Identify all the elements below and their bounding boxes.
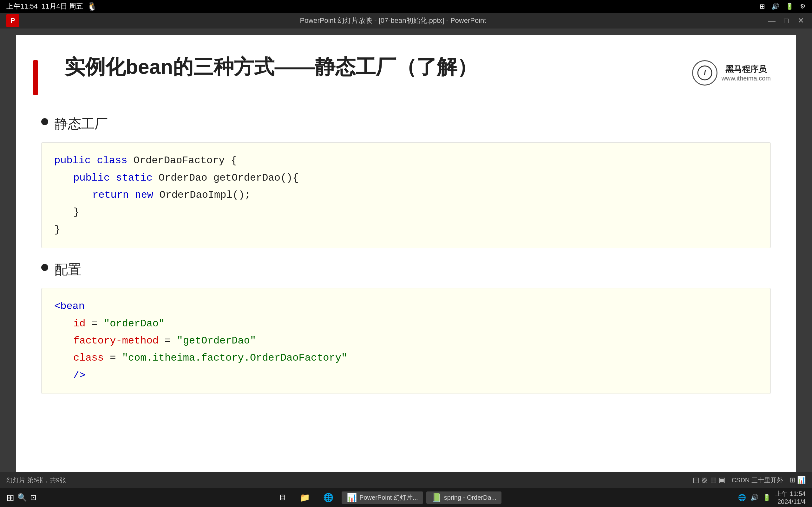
code1-line3: return new OrderDaoImpl(); <box>54 187 758 204</box>
start-button[interactable]: ⊞ <box>6 492 14 503</box>
slide-content: 实例化bean的三种方式——静态工厂（了解） i 黑马程序员 www.ithei… <box>16 35 796 491</box>
spring-icon: 📗 <box>432 493 442 503</box>
network-icon: ⊞ <box>760 3 765 10</box>
files-icon: 📁 <box>300 493 310 503</box>
code-block-2: <bean id = "orderDao" factory-method = "… <box>41 288 771 394</box>
bullet-item-1: 静态工厂 <box>41 115 771 133</box>
section1-label: 静态工厂 <box>55 115 108 133</box>
code2-line1: <bean <box>54 298 758 315</box>
bullet-item-2: 配置 <box>41 261 771 279</box>
code2-line2: id = "orderDao" <box>54 315 758 332</box>
pp-icon: P <box>6 14 19 27</box>
status-bar: 幻灯片 第5张，共9张 ▤ ▨ ▦ ▣ CSDN 三十里开外 ⊞ 📊 <box>0 472 812 488</box>
volume-icon: 🔊 <box>771 3 779 10</box>
status-icons: ▤ ▨ ▦ ▣ <box>693 476 725 484</box>
taskbar-left: ⊞ 🔍 ⊡ <box>6 492 37 503</box>
battery-icon: 🔋 <box>786 3 794 10</box>
volume-tray-icon: 🔊 <box>751 494 758 501</box>
taskbar-bottom[interactable]: ⊞ 🔍 ⊡ 🖥 📁 🌐 📊 PowerPoint 幻灯片... 📗 spring… <box>0 488 812 507</box>
bottom-label: CSDN 三十里开外 <box>732 476 783 485</box>
svg-text:i: i <box>704 69 706 77</box>
network-tray-icon: 🌐 <box>738 494 746 501</box>
settings-icon: ⚙ <box>800 3 806 10</box>
top-right-controls: ⊞ 🔊 🔋 ⚙ <box>760 3 806 10</box>
pp-app-icon: 📊 <box>347 493 357 503</box>
taskbar-right: 🌐 🔊 🔋 上午 11:54 2024/11/4 <box>738 490 806 505</box>
top-left-info: 上午11:54 11月4日 周五 🐧 <box>6 2 97 11</box>
zoom-icon: ⊞ 📊 <box>790 476 806 484</box>
titlebar: P PowerPoint 幻灯片放映 - [07-bean初始化.pptx] -… <box>0 13 812 29</box>
app-btn-spring[interactable]: 📗 spring - OrderDa... <box>426 492 502 504</box>
app-btn-files[interactable]: 📁 <box>295 492 315 504</box>
code-block-1: public class OrderDaoFactory { public st… <box>41 142 771 248</box>
battery-tray-icon: 🔋 <box>763 494 771 501</box>
tray-time: 上午 11:54 <box>775 490 806 498</box>
pp-app-label: PowerPoint 幻灯片... <box>359 493 418 502</box>
app-btn-powerpoint[interactable]: 📊 PowerPoint 幻灯片... <box>342 492 423 504</box>
date-display: 11月4日 周五 <box>42 2 83 11</box>
code1-line1: public class OrderDaoFactory { <box>54 152 758 169</box>
bullet-dot-2 <box>41 264 48 271</box>
code2-line5: /> <box>54 367 758 384</box>
search-button[interactable]: 🔍 <box>17 493 27 502</box>
slide-background: 实例化bean的三种方式——静态工厂（了解） i 黑马程序员 www.ithei… <box>0 29 812 501</box>
code2-line4: class = "com.itheima.factory.OrderDaoFac… <box>54 349 758 367</box>
app-btn-browser[interactable]: 🌐 <box>318 492 339 504</box>
logo-url: www.itheima.com <box>721 75 771 82</box>
slide-title: 实例化bean的三种方式——静态工厂（了解） <box>65 54 477 80</box>
taskbar-apps[interactable]: 🖥 📁 🌐 📊 PowerPoint 幻灯片... 📗 spring - Ord… <box>273 492 502 504</box>
accent-bar <box>33 60 38 95</box>
code1-line5: } <box>54 221 758 238</box>
minimize-button[interactable]: — <box>767 16 776 25</box>
section2-label: 配置 <box>55 261 81 279</box>
system-icon: 🖥 <box>278 493 287 503</box>
penguin-icon: 🐧 <box>87 2 97 11</box>
top-system-bar: 上午11:54 11月4日 周五 🐧 ⊞ 🔊 🔋 ⚙ <box>0 0 812 13</box>
logo-icon: i <box>692 60 717 86</box>
time-display: 上午11:54 <box>6 2 38 11</box>
maximize-button[interactable]: □ <box>781 16 791 25</box>
section2: 配置 <box>41 261 771 279</box>
slide-info: 幻灯片 第5张，共9张 <box>6 476 66 485</box>
code1-line2: public static OrderDao getOrderDao(){ <box>54 170 758 187</box>
task-view-button[interactable]: ⊡ <box>30 493 37 502</box>
section1: 静态工厂 <box>41 115 771 133</box>
code2-line3: factory-method = "getOrderDao" <box>54 332 758 349</box>
bullet-dot-1 <box>41 118 48 125</box>
tray-date: 2024/11/4 <box>775 498 806 505</box>
logo-area: i 黑马程序员 www.itheima.com <box>692 60 771 86</box>
spring-app-label: spring - OrderDa... <box>444 494 497 501</box>
app-btn-system[interactable]: 🖥 <box>273 492 292 504</box>
status-right: ▤ ▨ ▦ ▣ CSDN 三十里开外 ⊞ 📊 <box>693 476 806 485</box>
logo-brand: 黑马程序员 <box>721 64 771 75</box>
title-area: 实例化bean的三种方式——静态工厂（了解） <box>41 54 771 99</box>
browser-icon: 🌐 <box>323 493 334 503</box>
window-title: PowerPoint 幻灯片放映 - [07-bean初始化.pptx] - P… <box>19 16 767 25</box>
clock-tray: 上午 11:54 2024/11/4 <box>775 490 806 505</box>
mouse-cursor <box>195 227 200 231</box>
close-button[interactable]: ✕ <box>796 16 806 25</box>
code1-line4: } <box>54 204 758 221</box>
window-controls[interactable]: — □ ✕ <box>767 16 806 25</box>
